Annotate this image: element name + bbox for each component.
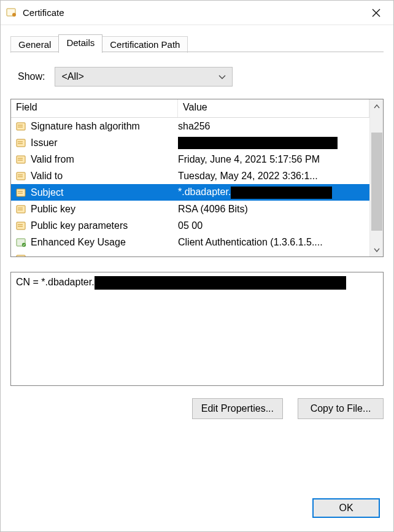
redacted-block (231, 187, 332, 199)
scroll-up-icon[interactable] (370, 99, 384, 113)
detail-text: CN = *.dbadapter. (16, 277, 95, 287)
svg-rect-19 (17, 206, 25, 213)
partial-row (11, 250, 369, 256)
field-value: *.dbadapter. (178, 187, 369, 199)
v1-field-icon (15, 203, 28, 215)
table-row[interactable]: Subject*.dbadapter. (11, 184, 369, 201)
field-name: Subject (31, 187, 178, 198)
column-header-field[interactable]: Field (11, 99, 178, 117)
field-value (178, 137, 369, 149)
svg-rect-16 (17, 189, 25, 196)
field-name: Public key (31, 204, 178, 215)
field-name: Issuer (31, 137, 178, 148)
field-value: Tuesday, May 24, 2022 3:36:1... (178, 171, 369, 182)
footer: OK (1, 498, 393, 531)
field-value: Friday, June 4, 2021 5:17:56 PM (178, 154, 369, 165)
close-button[interactable] (364, 2, 388, 24)
table-row[interactable]: Enhanced Key UsageClient Authentication … (11, 234, 369, 250)
show-select[interactable]: <All> (55, 67, 233, 87)
svg-rect-22 (17, 222, 25, 229)
certificate-dialog: Certificate General Details Certificatio… (0, 0, 394, 532)
field-name: Public key parameters (31, 220, 178, 231)
field-name: Valid from (31, 154, 178, 165)
certificate-icon (6, 7, 18, 19)
scroll-track[interactable] (370, 113, 384, 243)
v1-field-icon (15, 120, 28, 133)
v1-field-icon (15, 153, 28, 166)
tab-general[interactable]: General (10, 36, 59, 53)
close-icon (372, 9, 380, 17)
edit-properties-button[interactable]: Edit Properties... (192, 398, 283, 419)
list-header: Field Value (11, 99, 369, 118)
window-title: Certificate (23, 7, 364, 18)
list-body: Signature hash algorithmsha256IssuerVali… (11, 118, 369, 256)
svg-rect-4 (17, 123, 25, 130)
titlebar: Certificate (1, 1, 393, 25)
v1-field-icon (15, 187, 28, 199)
content-area: General Details Certification Path Show:… (1, 25, 393, 498)
field-value: RSA (4096 Bits) (178, 204, 369, 215)
table-row[interactable]: Signature hash algorithmsha256 (11, 118, 369, 134)
column-header-value[interactable]: Value (178, 99, 369, 117)
field-value: 05 00 (178, 220, 369, 231)
extension-field-icon (15, 236, 28, 249)
table-row[interactable]: Issuer (11, 134, 369, 151)
v1-field-icon (15, 220, 28, 232)
field-value: Client Authentication (1.3.6.1.5.... (178, 237, 369, 248)
svg-rect-13 (17, 172, 25, 180)
svg-rect-7 (17, 139, 25, 147)
field-value: sha256 (178, 121, 369, 132)
chevron-down-icon (218, 71, 226, 82)
tab-strip: General Details Certification Path (10, 34, 384, 52)
table-row[interactable]: Public key parameters05 00 (11, 217, 369, 234)
field-detail-box[interactable]: CN = *.dbadapter. (10, 272, 384, 386)
svg-rect-10 (17, 156, 25, 163)
scroll-down-icon[interactable] (370, 243, 384, 256)
tab-details[interactable]: Details (58, 34, 102, 53)
v1-field-icon (15, 170, 28, 182)
table-row[interactable]: Public keyRSA (4096 Bits) (11, 201, 369, 217)
redacted-block (95, 276, 346, 290)
scroll-thumb[interactable] (371, 133, 382, 231)
redacted-block (178, 137, 338, 149)
fields-list[interactable]: Field Value Signature hash algorithmsha2… (10, 99, 384, 257)
show-select-value: <All> (61, 71, 83, 82)
svg-rect-27 (17, 255, 25, 257)
table-row[interactable]: Valid fromFriday, June 4, 2021 5:17:56 P… (11, 151, 369, 168)
field-name: Valid to (31, 171, 178, 182)
svg-point-1 (12, 13, 16, 17)
field-name: Enhanced Key Usage (31, 237, 178, 248)
ok-button[interactable]: OK (312, 498, 380, 518)
field-name: Signature hash algorithm (31, 121, 178, 132)
button-row: Edit Properties... Copy to File... (10, 398, 384, 419)
show-filter-row: Show: <All> (18, 67, 384, 87)
v1-field-icon (15, 137, 28, 149)
show-label: Show: (18, 71, 45, 82)
copy-to-file-button[interactable]: Copy to File... (298, 398, 384, 419)
scrollbar[interactable] (369, 99, 383, 256)
table-row[interactable]: Valid toTuesday, May 24, 2022 3:36:1... (11, 168, 369, 184)
tab-certification-path[interactable]: Certification Path (102, 36, 188, 53)
